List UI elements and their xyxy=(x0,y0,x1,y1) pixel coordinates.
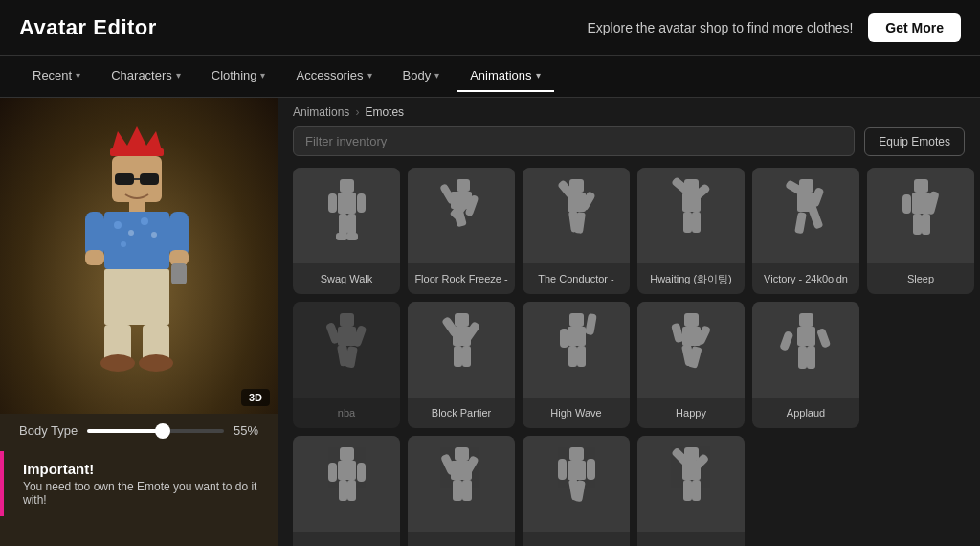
grid-item-label: Swag Walk xyxy=(317,263,377,294)
grid-item-extra4[interactable] xyxy=(637,436,745,546)
grid-item-extra3[interactable] xyxy=(523,436,630,546)
body-type-section: Body Type 55% xyxy=(0,414,278,447)
svg-rect-92 xyxy=(338,461,356,480)
svg-rect-28 xyxy=(347,214,356,235)
svg-rect-88 xyxy=(816,328,831,349)
grid-item-image xyxy=(408,436,515,532)
grid-item-block-partier[interactable]: Block Partier xyxy=(408,302,515,428)
grid-item-label: Happy xyxy=(672,398,710,428)
svg-rect-74 xyxy=(568,327,586,346)
svg-rect-16 xyxy=(169,250,189,265)
grid-item-image xyxy=(408,168,515,263)
grid-item-applaud[interactable]: Applaud xyxy=(752,302,859,428)
svg-rect-79 xyxy=(684,313,699,327)
tab-clothing[interactable]: Clothing ▾ xyxy=(198,60,279,92)
svg-rect-103 xyxy=(569,447,584,461)
animations-grid: Swag Walk Floor Rock Freeze - xyxy=(278,164,980,546)
slider-thumb[interactable] xyxy=(155,423,170,439)
grid-item-image xyxy=(523,302,630,398)
grid-item-high-wave[interactable]: High Wave xyxy=(523,302,630,428)
svg-rect-67 xyxy=(455,313,469,327)
get-more-button[interactable]: Get More xyxy=(868,13,961,42)
tab-recent[interactable]: Recent ▾ xyxy=(19,60,94,92)
svg-rect-96 xyxy=(347,480,356,501)
svg-rect-72 xyxy=(462,346,471,367)
grid-item-hwaiting[interactable]: Hwaiting (화이팅) xyxy=(637,168,745,294)
grid-item-swag-walk[interactable]: Swag Walk xyxy=(293,168,400,294)
grid-item-conductor[interactable]: The Conductor - xyxy=(523,168,630,294)
svg-rect-60 xyxy=(922,214,930,235)
chevron-down-icon: ▾ xyxy=(368,70,372,80)
grid-item-victory[interactable]: Victory - 24k0oldn xyxy=(752,168,859,294)
svg-rect-87 xyxy=(780,330,793,352)
grid-item-floor-rock[interactable]: Floor Rock Freeze - xyxy=(408,168,515,294)
filter-input[interactable] xyxy=(293,126,855,156)
grid-item-image xyxy=(752,302,859,398)
body-type-slider[interactable] xyxy=(87,429,224,433)
important-notice: Important! You need too own the Emote yo… xyxy=(0,451,278,516)
grid-item-extra2[interactable] xyxy=(408,436,515,546)
tab-body[interactable]: Body ▾ xyxy=(390,60,454,92)
main-layout: 3D Body Type 55% Important! You need too… xyxy=(0,98,980,546)
avatar-display: 3D xyxy=(0,98,278,414)
grid-item-label xyxy=(572,532,580,546)
grid-row-2: nba Block Partier xyxy=(293,302,965,428)
svg-rect-47 xyxy=(683,212,692,233)
grid-item-label: Applaud xyxy=(783,398,829,428)
svg-rect-94 xyxy=(357,463,366,482)
svg-point-10 xyxy=(141,217,148,225)
svg-rect-89 xyxy=(798,346,807,369)
svg-rect-6 xyxy=(129,202,145,212)
tab-animations[interactable]: Animations ▾ xyxy=(457,60,553,92)
svg-rect-78 xyxy=(577,346,586,367)
svg-point-21 xyxy=(100,354,135,372)
3d-badge: 3D xyxy=(241,389,270,406)
svg-rect-24 xyxy=(338,193,356,214)
svg-rect-71 xyxy=(454,346,462,367)
svg-rect-101 xyxy=(453,480,462,501)
grid-item-image xyxy=(523,168,630,263)
important-title: Important! xyxy=(23,461,258,477)
svg-rect-14 xyxy=(85,250,104,265)
grid-item-image xyxy=(637,168,745,263)
grid-item-happy[interactable]: Happy xyxy=(637,302,745,428)
breadcrumb-parent[interactable]: Animations xyxy=(293,105,349,119)
svg-rect-48 xyxy=(692,212,701,233)
svg-point-8 xyxy=(114,221,122,229)
grid-item-label xyxy=(457,532,465,546)
app-title: Avatar Editor xyxy=(19,15,157,40)
filter-row: Equip Emotes xyxy=(278,123,980,164)
header-right: Explore the avatar shop to find more clo… xyxy=(587,13,961,42)
grid-item-sleep[interactable]: Sleep xyxy=(867,168,974,294)
svg-rect-55 xyxy=(914,179,928,193)
nav-tabs: Recent ▾ Characters ▾ Clothing ▾ Accesso… xyxy=(0,56,980,98)
svg-rect-26 xyxy=(357,193,366,213)
svg-rect-86 xyxy=(797,327,815,346)
grid-item-image xyxy=(293,436,400,532)
equip-emotes-button[interactable]: Equip Emotes xyxy=(864,127,965,156)
svg-rect-25 xyxy=(328,193,337,213)
tab-accessories[interactable]: Accessories ▾ xyxy=(282,60,385,92)
svg-rect-57 xyxy=(902,194,911,214)
svg-rect-73 xyxy=(569,313,584,327)
svg-rect-105 xyxy=(558,459,567,480)
svg-rect-3 xyxy=(115,173,134,185)
svg-rect-30 xyxy=(346,233,358,240)
grid-item-label: Block Partier xyxy=(428,398,495,428)
grid-item-nba[interactable]: nba xyxy=(293,302,400,428)
grid-item-label xyxy=(687,532,695,546)
svg-rect-54 xyxy=(807,203,823,230)
svg-rect-85 xyxy=(799,313,813,327)
left-panel: 3D Body Type 55% Important! You need too… xyxy=(0,98,278,546)
grid-row-3 xyxy=(293,436,965,546)
tab-characters[interactable]: Characters ▾ xyxy=(98,60,194,92)
grid-item-extra1[interactable] xyxy=(293,436,400,546)
svg-rect-23 xyxy=(340,179,354,193)
svg-rect-106 xyxy=(587,459,595,480)
svg-rect-90 xyxy=(807,346,815,369)
svg-rect-59 xyxy=(913,214,922,235)
chevron-down-icon: ▾ xyxy=(176,70,181,80)
breadcrumb-current: Emotes xyxy=(365,105,404,119)
svg-rect-31 xyxy=(457,179,470,192)
body-type-label: Body Type xyxy=(19,423,78,438)
